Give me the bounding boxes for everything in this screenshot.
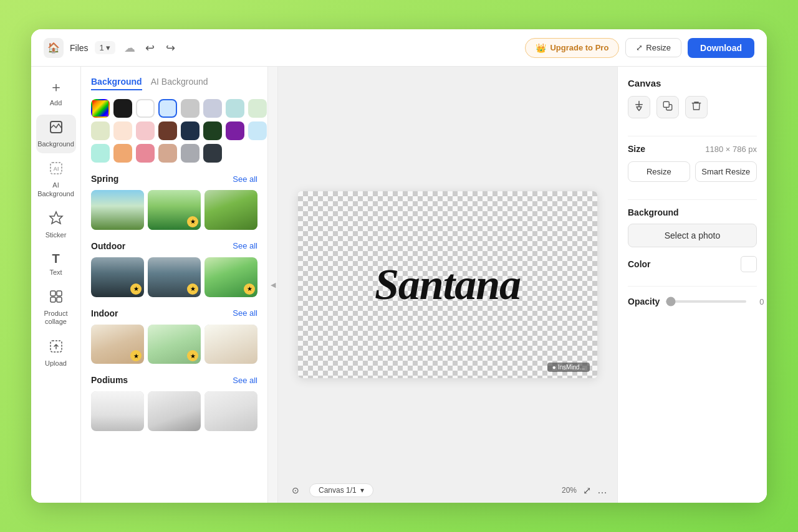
swatch-selected[interactable] — [158, 99, 177, 118]
canvas-chevron-icon: ▾ — [360, 486, 364, 495]
swatch-orange[interactable] — [113, 144, 132, 163]
spring-see-all[interactable]: See all — [233, 174, 257, 184]
canvas-panel-title: Canvas — [628, 78, 757, 88]
layers-toggle[interactable]: ⊙ — [288, 483, 303, 498]
swatch-gray[interactable] — [181, 99, 200, 118]
swatch-charcoal[interactable] — [203, 144, 222, 163]
home-button[interactable]: 🏠 — [44, 38, 64, 58]
swatch-lightblue[interactable] — [248, 121, 267, 140]
indoor-photo-1[interactable]: ★ — [91, 325, 144, 364]
sidebar-item-add[interactable]: ＋ Add — [36, 73, 76, 112]
outdoor-section-header: Outdoor See all — [91, 241, 257, 251]
indoor-photo-3[interactable] — [204, 325, 257, 364]
podiums-section-header: Podiums See all — [91, 375, 257, 385]
size-value: 1180 × 786 px — [705, 145, 757, 154]
smart-resize-button[interactable]: Smart Resize — [695, 161, 757, 182]
svg-rect-4 — [50, 291, 55, 296]
swatch-teal[interactable] — [91, 144, 110, 163]
sidebar: ＋ Add Background AI — [31, 67, 81, 503]
spring-photo-2[interactable]: ★ — [148, 190, 201, 230]
zoom-fit-button[interactable]: ⤢ — [583, 485, 591, 496]
files-label[interactable]: Files — [70, 43, 89, 53]
upload-icon — [49, 339, 64, 357]
sidebar-item-upload[interactable]: Upload — [36, 334, 76, 373]
swatch-darkgreen[interactable] — [203, 121, 222, 140]
text-icon: T — [52, 252, 59, 266]
swatch-lavender[interactable] — [203, 99, 222, 118]
redo-button[interactable]: ↪ — [162, 39, 179, 57]
swatch-rainbow[interactable] — [91, 99, 110, 118]
cloud-icon: ☁ — [124, 41, 135, 55]
swatch-pink[interactable] — [136, 121, 155, 140]
swatch-white[interactable] — [136, 99, 155, 118]
insmind-badge: ● InsMind... — [547, 363, 590, 372]
spring-section-header: Spring See all — [91, 174, 257, 184]
swatch-mint[interactable] — [226, 99, 244, 118]
color-swatches — [91, 99, 257, 163]
sidebar-item-background[interactable]: Background — [36, 115, 76, 153]
select-photo-button[interactable]: Select a photo — [628, 224, 757, 247]
topbar-right: 👑 Upgrade to Pro ⤢ Resize Download — [525, 38, 754, 58]
indoor-title: Indoor — [91, 308, 118, 318]
duplicate-button[interactable] — [656, 96, 679, 118]
opacity-slider[interactable] — [666, 300, 746, 303]
swatch-rose[interactable] — [136, 144, 155, 163]
right-panel: Canvas — [617, 67, 767, 503]
trash-icon — [691, 100, 702, 115]
right-panel-bg-title: Background — [628, 207, 757, 217]
undo-button[interactable]: ↩ — [142, 39, 158, 57]
podium-photo-2[interactable] — [148, 391, 201, 431]
indoor-photo-2[interactable]: ★ — [148, 325, 201, 364]
copy-icon — [662, 100, 673, 115]
outdoor-photo-2[interactable]: ★ — [148, 257, 201, 297]
swatch-brown[interactable] — [158, 121, 177, 140]
pro-badge: ★ — [187, 216, 198, 227]
page-number[interactable]: 1 ▾ — [95, 41, 116, 54]
upgrade-button[interactable]: 👑 Upgrade to Pro — [525, 38, 619, 58]
panel-collapse-handle[interactable]: ◀ — [268, 67, 278, 503]
swatch-darknavy[interactable] — [181, 121, 200, 140]
pro-badge: ★ — [130, 283, 142, 295]
opacity-label: Opacity — [628, 297, 660, 306]
spring-photo-3[interactable] — [204, 190, 257, 230]
swatch-lightgreen[interactable] — [248, 99, 267, 118]
divider-2 — [628, 199, 757, 200]
sidebar-item-ai-background[interactable]: AI AI Background — [36, 156, 76, 202]
delete-button[interactable] — [685, 96, 708, 118]
podiums-see-all[interactable]: See all — [233, 376, 257, 385]
sidebar-item-text[interactable]: T Text — [36, 247, 76, 282]
background-panel: Background AI Background — [81, 67, 268, 503]
canvas-content[interactable]: Santana ● InsMind... — [298, 191, 597, 378]
sidebar-item-sticker[interactable]: Sticker — [36, 206, 76, 244]
swatch-cream[interactable] — [91, 121, 110, 140]
swatch-slate[interactable] — [181, 144, 200, 163]
sidebar-item-product-collage[interactable]: Product collage — [36, 284, 76, 331]
podium-photo-1[interactable] — [91, 391, 144, 431]
chevron-down-icon: ▾ — [106, 43, 110, 52]
tab-background[interactable]: Background — [91, 77, 142, 90]
outdoor-see-all[interactable]: See all — [233, 241, 257, 250]
download-button[interactable]: Download — [688, 38, 754, 58]
crown-icon: 👑 — [536, 43, 546, 53]
resize-canvas-button[interactable]: Resize — [628, 161, 690, 182]
podium-photo-3[interactable] — [204, 391, 257, 431]
spring-photo-1[interactable] — [91, 190, 144, 230]
product-collage-icon — [49, 289, 64, 307]
pin-button[interactable] — [628, 96, 650, 118]
swatch-peach[interactable] — [113, 121, 132, 140]
tab-ai-background[interactable]: AI Background — [151, 77, 208, 90]
indoor-see-all[interactable]: See all — [233, 308, 257, 318]
main-layout: ＋ Add Background AI — [31, 67, 767, 503]
outdoor-photo-1[interactable]: ★ — [91, 257, 144, 297]
svg-rect-7 — [57, 297, 62, 302]
sidebar-item-label: Add — [50, 99, 62, 107]
swatch-black[interactable] — [113, 99, 132, 118]
swatch-purple[interactable] — [226, 121, 244, 140]
outdoor-photos: ★ ★ ★ — [91, 257, 257, 297]
color-preview[interactable] — [741, 256, 757, 272]
resize-button[interactable]: ⤢ Resize — [625, 38, 681, 57]
plus-icon: ＋ — [49, 78, 63, 97]
swatch-tan[interactable] — [158, 144, 177, 163]
more-button[interactable]: … — [597, 485, 607, 496]
outdoor-photo-3[interactable]: ★ — [204, 257, 257, 297]
